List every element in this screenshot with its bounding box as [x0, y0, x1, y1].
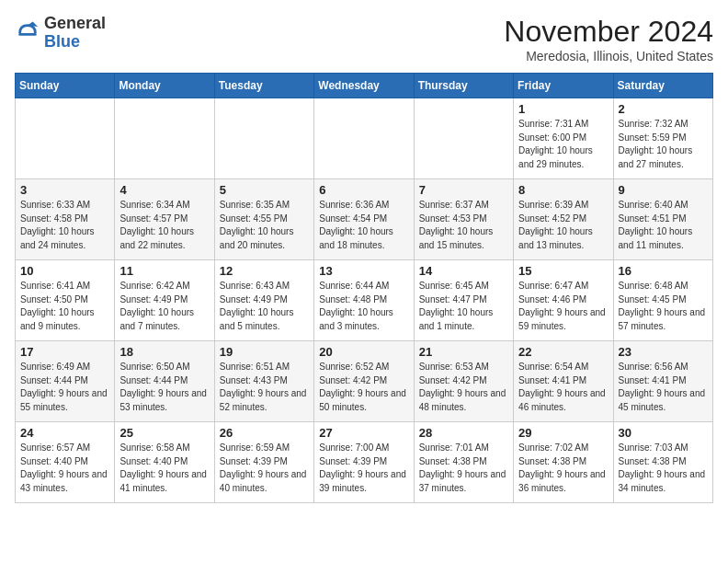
- day-number: 14: [419, 264, 508, 278]
- calendar-cell: 11Sunrise: 6:42 AM Sunset: 4:49 PM Dayli…: [115, 260, 214, 341]
- day-number: 1: [518, 102, 608, 116]
- calendar-cell: 5Sunrise: 6:35 AM Sunset: 4:55 PM Daylig…: [214, 179, 313, 260]
- day-number: 11: [119, 264, 209, 278]
- calendar-cell: 30Sunrise: 7:03 AM Sunset: 4:38 PM Dayli…: [613, 422, 712, 503]
- calendar-cell: 12Sunrise: 6:43 AM Sunset: 4:49 PM Dayli…: [214, 260, 313, 341]
- weekday-saturday: Saturday: [613, 74, 712, 98]
- day-number: 25: [119, 426, 209, 440]
- day-info: Sunrise: 6:36 AM Sunset: 4:54 PM Dayligh…: [319, 199, 408, 252]
- calendar-cell: [314, 98, 414, 179]
- day-info: Sunrise: 6:59 AM Sunset: 4:39 PM Dayligh…: [220, 442, 309, 495]
- calendar-cell: 28Sunrise: 7:01 AM Sunset: 4:38 PM Dayli…: [414, 422, 513, 503]
- week-row-1: 1Sunrise: 7:31 AM Sunset: 6:00 PM Daylig…: [16, 98, 713, 179]
- calendar-cell: 6Sunrise: 6:36 AM Sunset: 4:54 PM Daylig…: [314, 179, 414, 260]
- day-info: Sunrise: 7:32 AM Sunset: 5:59 PM Dayligh…: [619, 118, 708, 171]
- day-number: 19: [220, 345, 309, 359]
- calendar-cell: 3Sunrise: 6:33 AM Sunset: 4:58 PM Daylig…: [16, 179, 115, 260]
- calendar-cell: [414, 98, 513, 179]
- location-text: Meredosia, Illinois, United States: [504, 49, 713, 63]
- calendar-table: SundayMondayTuesdayWednesdayThursdayFrid…: [15, 73, 713, 503]
- day-info: Sunrise: 7:00 AM Sunset: 4:39 PM Dayligh…: [319, 442, 408, 495]
- day-number: 10: [20, 264, 109, 278]
- weekday-monday: Monday: [115, 74, 214, 98]
- day-info: Sunrise: 6:48 AM Sunset: 4:45 PM Dayligh…: [619, 280, 708, 333]
- calendar-cell: 9Sunrise: 6:40 AM Sunset: 4:51 PM Daylig…: [613, 179, 712, 260]
- day-info: Sunrise: 6:39 AM Sunset: 4:52 PM Dayligh…: [518, 199, 608, 252]
- day-number: 7: [419, 183, 508, 197]
- day-number: 22: [518, 345, 608, 359]
- day-info: Sunrise: 6:33 AM Sunset: 4:58 PM Dayligh…: [20, 199, 109, 252]
- calendar-cell: 18Sunrise: 6:50 AM Sunset: 4:44 PM Dayli…: [115, 341, 214, 422]
- day-info: Sunrise: 6:44 AM Sunset: 4:48 PM Dayligh…: [319, 280, 408, 333]
- day-number: 8: [518, 183, 608, 197]
- day-number: 27: [319, 426, 408, 440]
- day-info: Sunrise: 6:37 AM Sunset: 4:53 PM Dayligh…: [419, 199, 508, 252]
- logo-blue-text: Blue: [44, 32, 80, 51]
- day-info: Sunrise: 6:43 AM Sunset: 4:49 PM Dayligh…: [220, 280, 309, 333]
- day-info: Sunrise: 7:01 AM Sunset: 4:38 PM Dayligh…: [419, 442, 508, 495]
- calendar-body: 1Sunrise: 7:31 AM Sunset: 6:00 PM Daylig…: [16, 98, 713, 503]
- calendar-cell: 27Sunrise: 7:00 AM Sunset: 4:39 PM Dayli…: [314, 422, 414, 503]
- calendar-cell: 13Sunrise: 6:44 AM Sunset: 4:48 PM Dayli…: [314, 260, 414, 341]
- calendar-cell: 1Sunrise: 7:31 AM Sunset: 6:00 PM Daylig…: [514, 98, 613, 179]
- day-info: Sunrise: 6:41 AM Sunset: 4:50 PM Dayligh…: [20, 280, 109, 333]
- week-row-3: 10Sunrise: 6:41 AM Sunset: 4:50 PM Dayli…: [16, 260, 713, 341]
- svg-rect-0: [18, 33, 37, 36]
- logo-general-text: General: [44, 14, 106, 32]
- calendar-cell: 15Sunrise: 6:47 AM Sunset: 4:46 PM Dayli…: [514, 260, 613, 341]
- day-number: 29: [518, 426, 608, 440]
- day-info: Sunrise: 6:50 AM Sunset: 4:44 PM Dayligh…: [119, 361, 209, 414]
- day-info: Sunrise: 7:03 AM Sunset: 4:38 PM Dayligh…: [619, 442, 708, 495]
- day-number: 2: [619, 102, 708, 116]
- calendar-cell: 4Sunrise: 6:34 AM Sunset: 4:57 PM Daylig…: [115, 179, 214, 260]
- day-number: 5: [220, 183, 309, 197]
- calendar-cell: 17Sunrise: 6:49 AM Sunset: 4:44 PM Dayli…: [16, 341, 115, 422]
- calendar-cell: 8Sunrise: 6:39 AM Sunset: 4:52 PM Daylig…: [514, 179, 613, 260]
- day-number: 26: [220, 426, 309, 440]
- weekday-wednesday: Wednesday: [314, 74, 414, 98]
- day-number: 15: [518, 264, 608, 278]
- day-info: Sunrise: 7:31 AM Sunset: 6:00 PM Dayligh…: [518, 118, 608, 171]
- week-row-2: 3Sunrise: 6:33 AM Sunset: 4:58 PM Daylig…: [16, 179, 713, 260]
- day-info: Sunrise: 6:58 AM Sunset: 4:40 PM Dayligh…: [119, 442, 209, 495]
- title-block: November 2024 Meredosia, Illinois, Unite…: [504, 15, 713, 63]
- day-number: 12: [220, 264, 309, 278]
- calendar-cell: 25Sunrise: 6:58 AM Sunset: 4:40 PM Dayli…: [115, 422, 214, 503]
- calendar-cell: 7Sunrise: 6:37 AM Sunset: 4:53 PM Daylig…: [414, 179, 513, 260]
- day-info: Sunrise: 6:45 AM Sunset: 4:47 PM Dayligh…: [419, 280, 508, 333]
- calendar-cell: 23Sunrise: 6:56 AM Sunset: 4:41 PM Dayli…: [613, 341, 712, 422]
- day-number: 17: [20, 345, 109, 359]
- day-number: 28: [419, 426, 508, 440]
- week-row-4: 17Sunrise: 6:49 AM Sunset: 4:44 PM Dayli…: [16, 341, 713, 422]
- day-number: 13: [319, 264, 408, 278]
- day-info: Sunrise: 6:34 AM Sunset: 4:57 PM Dayligh…: [119, 199, 209, 252]
- day-info: Sunrise: 6:52 AM Sunset: 4:42 PM Dayligh…: [319, 361, 408, 414]
- weekday-friday: Friday: [514, 74, 613, 98]
- week-row-5: 24Sunrise: 6:57 AM Sunset: 4:40 PM Dayli…: [16, 422, 713, 503]
- day-number: 4: [119, 183, 209, 197]
- weekday-sunday: Sunday: [16, 74, 115, 98]
- calendar-cell: [214, 98, 313, 179]
- calendar-cell: 24Sunrise: 6:57 AM Sunset: 4:40 PM Dayli…: [16, 422, 115, 503]
- day-info: Sunrise: 6:51 AM Sunset: 4:43 PM Dayligh…: [220, 361, 309, 414]
- day-info: Sunrise: 6:47 AM Sunset: 4:46 PM Dayligh…: [518, 280, 608, 333]
- day-number: 6: [319, 183, 408, 197]
- day-info: Sunrise: 6:56 AM Sunset: 4:41 PM Dayligh…: [619, 361, 708, 414]
- calendar-cell: 21Sunrise: 6:53 AM Sunset: 4:42 PM Dayli…: [414, 341, 513, 422]
- day-number: 23: [619, 345, 708, 359]
- calendar-cell: 16Sunrise: 6:48 AM Sunset: 4:45 PM Dayli…: [613, 260, 712, 341]
- page-header: General Blue November 2024 Meredosia, Il…: [15, 15, 713, 63]
- day-info: Sunrise: 6:54 AM Sunset: 4:41 PM Dayligh…: [518, 361, 608, 414]
- day-number: 30: [619, 426, 708, 440]
- day-info: Sunrise: 7:02 AM Sunset: 4:38 PM Dayligh…: [518, 442, 608, 495]
- day-number: 16: [619, 264, 708, 278]
- calendar-cell: 29Sunrise: 7:02 AM Sunset: 4:38 PM Dayli…: [514, 422, 613, 503]
- day-info: Sunrise: 6:49 AM Sunset: 4:44 PM Dayligh…: [20, 361, 109, 414]
- day-info: Sunrise: 6:35 AM Sunset: 4:55 PM Dayligh…: [220, 199, 309, 252]
- calendar-cell: 22Sunrise: 6:54 AM Sunset: 4:41 PM Dayli…: [514, 341, 613, 422]
- calendar-cell: [115, 98, 214, 179]
- day-number: 20: [319, 345, 408, 359]
- day-info: Sunrise: 6:40 AM Sunset: 4:51 PM Dayligh…: [619, 199, 708, 252]
- weekday-header-row: SundayMondayTuesdayWednesdayThursdayFrid…: [16, 74, 713, 98]
- calendar-cell: 2Sunrise: 7:32 AM Sunset: 5:59 PM Daylig…: [613, 98, 712, 179]
